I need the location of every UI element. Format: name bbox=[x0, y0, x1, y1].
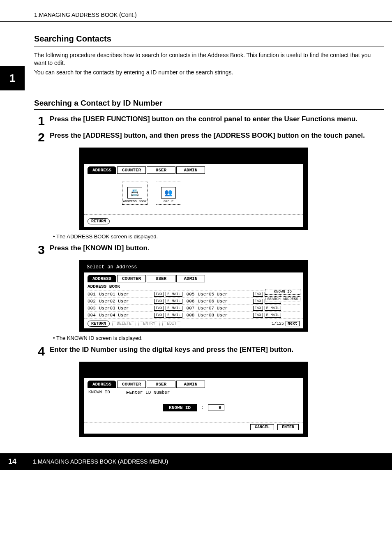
row-id: 002 bbox=[88, 299, 97, 304]
row-name: User04 User bbox=[99, 313, 152, 318]
row-id: 008 bbox=[187, 313, 196, 318]
section-paragraph: The following procedure describes how to… bbox=[34, 51, 384, 67]
touchpanel-screenshot: Select an Address ADDRESS COUNTER USER A… bbox=[79, 260, 308, 332]
tab-user[interactable]: USER bbox=[147, 275, 175, 282]
row-name: User05 User bbox=[198, 292, 251, 297]
tab-admin[interactable]: ADMIN bbox=[176, 275, 205, 282]
row-id: 003 bbox=[88, 306, 97, 311]
screen-title: KNOWN ID bbox=[88, 390, 110, 395]
row-name: User08 User bbox=[198, 313, 251, 318]
icon-label: ADDRESS BOOK bbox=[123, 199, 147, 203]
tab-address[interactable]: ADDRESS bbox=[88, 381, 116, 388]
email-button[interactable]: E-MAIL bbox=[166, 313, 182, 318]
section-paragraph: You can search for the contacts by enter… bbox=[34, 69, 384, 76]
known-id-value[interactable]: 9 bbox=[208, 404, 224, 411]
step-text: Enter the ID Number using the digital ke… bbox=[50, 345, 384, 355]
tab-user[interactable]: USER bbox=[147, 166, 175, 174]
step: 4 Enter the ID Number using the digital … bbox=[34, 345, 384, 358]
row-id: 007 bbox=[187, 306, 196, 311]
tab-address[interactable]: ADDRESS bbox=[88, 275, 116, 282]
cancel-button[interactable]: CANCEL bbox=[250, 424, 274, 430]
row-id: 001 bbox=[88, 292, 97, 297]
select-prompt: Select an Address bbox=[84, 264, 303, 270]
fax-button[interactable]: FAX bbox=[154, 306, 164, 311]
section-rule bbox=[34, 46, 384, 46]
edit-button[interactable]: EDIT bbox=[162, 321, 181, 326]
row-name: User06 User bbox=[198, 299, 251, 304]
fax-button[interactable]: FAX bbox=[154, 299, 164, 304]
step-text: Press the [KNOWN ID] button. bbox=[50, 244, 384, 253]
row-id: 006 bbox=[187, 299, 196, 304]
colon: : bbox=[201, 405, 204, 410]
page-breadcrumb: 1.MANAGING ADDRESS BOOK (Cont.) bbox=[0, 0, 392, 21]
page-number: 14 bbox=[8, 457, 16, 466]
tab-user[interactable]: USER bbox=[147, 381, 175, 388]
row-name: User02 User bbox=[99, 299, 152, 304]
step-number: 3 bbox=[34, 244, 45, 256]
header-rule bbox=[0, 21, 392, 22]
row-id: 004 bbox=[88, 313, 97, 318]
email-button[interactable]: E-MAIL bbox=[265, 313, 281, 318]
step: 1 Press the [USER FUNCTIONS] button on t… bbox=[34, 115, 384, 127]
tab-counter[interactable]: COUNTER bbox=[117, 275, 146, 282]
enter-button[interactable]: ENTER bbox=[277, 424, 299, 430]
row-name: User03 User bbox=[99, 306, 152, 311]
return-button[interactable]: RETURN bbox=[88, 218, 110, 224]
fax-button[interactable]: FAX bbox=[253, 292, 263, 297]
subsection-rule bbox=[34, 109, 384, 110]
step-text: Press the [USER FUNCTIONS] button on the… bbox=[50, 115, 384, 124]
row-name: User01 User bbox=[99, 292, 152, 297]
step-number: 4 bbox=[34, 345, 45, 358]
email-button[interactable]: E-MAIL bbox=[166, 306, 182, 311]
step-text: Press the [ADDRESS] button, and then pre… bbox=[50, 131, 384, 141]
tab-admin[interactable]: ADMIN bbox=[176, 381, 205, 388]
known-id-button[interactable]: KNOWN ID bbox=[265, 289, 300, 295]
step: 2 Press the [ADDRESS] button, and then p… bbox=[34, 131, 384, 143]
step-note: The ADDRESS BOOK screen is displayed. bbox=[53, 233, 384, 240]
row-id: 005 bbox=[187, 292, 196, 297]
fax-button[interactable]: FAX bbox=[253, 313, 263, 318]
section-title: Searching Contacts bbox=[34, 34, 384, 44]
touchpanel-screenshot: ADDRESS COUNTER USER ADMIN 📇 ADDRESS BOO… bbox=[79, 148, 308, 230]
table-row: 004 User04 User FAX E-MAIL 008 User08 Us… bbox=[88, 312, 300, 319]
email-button[interactable]: E-MAIL bbox=[166, 299, 182, 304]
next-button[interactable]: Next bbox=[286, 321, 300, 326]
email-button[interactable]: E-MAIL bbox=[265, 306, 281, 311]
email-button[interactable]: E-MAIL bbox=[166, 292, 182, 297]
step-number: 2 bbox=[34, 131, 45, 143]
step: 3 Press the [KNOWN ID] button. bbox=[34, 244, 384, 256]
prompt-text: ▶Enter ID Number bbox=[127, 390, 170, 395]
footer-text: 1.MANAGING ADDRESS BOOK (ADDRESS MENU) bbox=[33, 458, 168, 465]
fax-button[interactable]: FAX bbox=[154, 313, 164, 318]
tab-admin[interactable]: ADMIN bbox=[176, 166, 205, 174]
step-note: The KNOWN ID screen is displayed. bbox=[53, 335, 384, 341]
tab-counter[interactable]: COUNTER bbox=[117, 166, 146, 174]
touchpanel-screenshot: ADDRESS COUNTER USER ADMIN KNOWN ID ▶Ent… bbox=[79, 362, 308, 437]
address-book-button[interactable]: 📇 ADDRESS BOOK bbox=[122, 182, 148, 205]
fax-button[interactable]: FAX bbox=[253, 306, 263, 311]
fax-button[interactable]: FAX bbox=[253, 299, 263, 304]
address-book-icon: 📇 bbox=[127, 187, 142, 199]
subsection-title: Searching a Contact by ID Number bbox=[34, 99, 384, 108]
fax-button[interactable]: FAX bbox=[154, 292, 164, 297]
table-row: 003 User03 User FAX E-MAIL 007 User07 Us… bbox=[88, 305, 300, 312]
group-button[interactable]: 👥 GROUP bbox=[156, 182, 181, 205]
page-footer: 14 1.MANAGING ADDRESS BOOK (ADDRESS MENU… bbox=[0, 453, 392, 470]
group-icon: 👥 bbox=[161, 187, 176, 199]
row-name: User07 User bbox=[198, 306, 251, 311]
step-number: 1 bbox=[34, 115, 45, 127]
delete-button[interactable]: DELETE bbox=[112, 321, 136, 326]
tab-counter[interactable]: COUNTER bbox=[117, 381, 146, 388]
search-address-button[interactable]: SEARCH ADDRESS bbox=[265, 296, 300, 302]
entry-button[interactable]: ENTRY bbox=[138, 321, 160, 326]
icon-label: GROUP bbox=[164, 199, 173, 203]
known-id-label-button[interactable]: KNOWN ID bbox=[163, 404, 197, 411]
page-indicator: 1/125 bbox=[272, 321, 284, 326]
tab-address[interactable]: ADDRESS bbox=[88, 166, 116, 174]
return-button[interactable]: RETURN bbox=[88, 321, 110, 327]
